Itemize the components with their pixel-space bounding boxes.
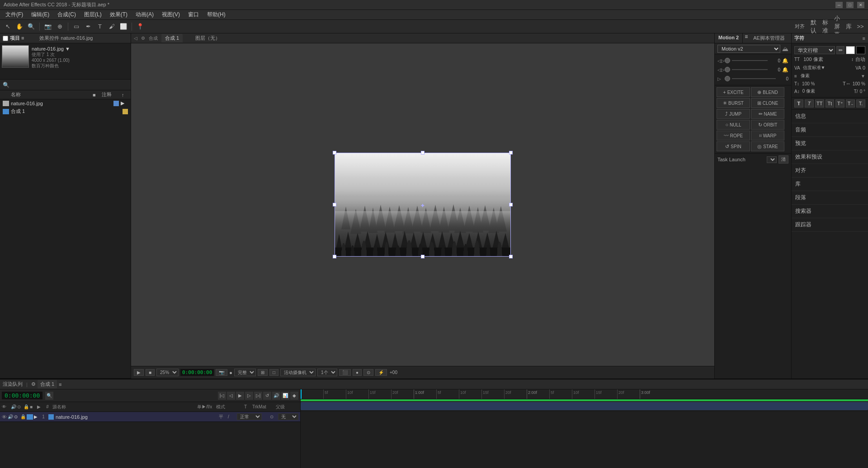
orbit-tool[interactable]: ⊕ [55,22,65,32]
workspace-standard[interactable]: 标准 [820,22,830,32]
3d-btn[interactable]: ⬛ [339,369,351,376]
prev-frame[interactable]: ◁ [227,392,235,400]
jump-button[interactable]: ⤴ JUMP [717,109,750,119]
handle-top-left[interactable] [333,151,336,154]
workspace-library[interactable]: 库 [844,22,854,32]
smallcaps-btn[interactable]: Tt [826,99,835,108]
motion-lock-1[interactable]: 🔔 [782,58,788,64]
render-queue-tab[interactable]: 渲染队列 [3,381,23,388]
menu-window[interactable]: 窗口 [184,10,203,19]
comp-tab-1[interactable]: 合成 1 [161,34,183,42]
search-panel-label[interactable]: 搜索器 [792,205,868,218]
zoom-tool[interactable]: 🔍 [26,22,36,32]
tracker-panel-label[interactable]: 跟踪器 [792,218,868,232]
motion-mountain-icon[interactable]: ⛰ [782,45,788,52]
handle-bottom-right[interactable] [509,255,513,258]
comp-nav-left[interactable]: ◁ [134,36,137,41]
underline-btn[interactable]: T. [856,99,865,108]
motion-slider-1[interactable] [732,60,768,61]
burst-button[interactable]: ✳ BURST [717,98,750,108]
text-tool[interactable]: T [95,22,105,32]
pen-tool[interactable]: ✒ [83,22,93,32]
menu-help[interactable]: 帮助(H) [203,10,229,19]
font-edit-btn[interactable]: ✏ [836,46,844,54]
project-search-input[interactable] [9,80,100,90]
null-button[interactable]: ○ NULL [717,120,750,130]
safe-margin-btn[interactable]: □ [269,369,278,376]
playhead[interactable] [301,389,302,399]
search-layers-btn[interactable]: 🔍 [45,392,53,400]
allcaps-btn[interactable]: TT [815,99,824,108]
text-color-box[interactable] [846,46,855,54]
layer-lock-btn[interactable]: 🔒 [20,414,26,419]
preview-play[interactable]: ▶ [134,369,144,376]
name-button[interactable]: ✏ NAME [751,109,784,119]
italic-btn[interactable]: T [805,99,814,108]
project-search-bar[interactable]: 🔍 [0,80,131,90]
stare-button[interactable]: ◎ STARE [751,141,784,151]
zoom-select[interactable]: 25% [156,369,179,376]
menu-animation[interactable]: 动画(A) [132,10,157,19]
motion-knob-2[interactable] [725,67,730,72]
char-menu-icon[interactable]: ≡ [863,36,865,41]
restore-button[interactable]: □ [846,2,854,8]
panel-toggle-checkbox[interactable] [3,36,8,41]
hand-tool[interactable]: ✋ [14,22,24,32]
spin-button[interactable]: ↺ SPIN [717,141,750,151]
layer-mode-dropdown[interactable]: 正常 [237,413,262,420]
menu-edit[interactable]: 编辑(E) [28,10,53,19]
workspace-default[interactable]: 默认 [808,22,818,32]
project-item-image[interactable]: nature-016.jpg ▶ [0,99,131,107]
ae-script-tab[interactable]: AE脚本管理器 [750,33,788,43]
layer-audio-btn[interactable]: 🔊 [8,414,13,419]
camera-tool[interactable]: 📷 [43,22,53,32]
layer-expand-btn[interactable]: ▶ [34,414,39,419]
workspace-small[interactable]: 小屏幕 [832,22,842,32]
eraser-tool[interactable]: ⬜ [118,22,128,32]
audio-panel-label[interactable]: 音频 [792,123,868,137]
preview-panel-label[interactable]: 预览 [792,137,868,150]
layer-visibility-btn[interactable]: 👁 [2,414,7,420]
pin-tool[interactable]: 📍 [135,22,145,32]
effects-presets-label[interactable]: 效果和预设 [792,150,868,164]
audio-btn[interactable]: 🔊 [272,392,280,400]
layer-parent-dropdown[interactable]: 无 [278,413,298,420]
project-item-comp[interactable]: 合成 1 [0,107,131,116]
motion-slider-2[interactable] [732,69,768,70]
loop-btn[interactable]: ↺ [263,392,271,400]
close-button[interactable]: ✕ [857,2,864,8]
grid-btn[interactable]: ⊞ [258,369,268,376]
subscript-btn[interactable]: T₋ [846,99,855,108]
motion-lock-2[interactable]: 🔔 [782,67,788,73]
menu-file[interactable]: 文件(F) [2,10,27,19]
task-launch-select[interactable] [767,156,777,163]
rope-button[interactable]: 〰 ROPE [717,131,750,140]
preview-stop[interactable]: ■ [146,369,155,376]
layer-row-1[interactable]: 👁 🔊 ⊙ 🔒 ▶ 1 nature-016.jpg 平 / 正常 ⊙ 无 [0,412,300,422]
bold-btn[interactable]: T [794,99,803,108]
rect-tool[interactable]: ▭ [71,22,81,32]
motion-tab-active[interactable]: Motion 2 [715,33,743,43]
minimize-button[interactable]: ─ [835,2,843,8]
workspace-more[interactable]: >> [855,22,865,32]
next-frame[interactable]: ▷ [245,392,253,400]
motion-version-select[interactable]: Motion v2 [717,45,780,53]
go-to-start[interactable]: |◁ [218,392,226,400]
menu-view[interactable]: 视图(V) [158,10,184,19]
library-panel-label[interactable]: 库 [792,178,868,191]
align-panel-label[interactable]: 对齐 [792,164,868,178]
handle-top-center[interactable] [421,151,425,154]
handle-mid-right[interactable] [509,203,513,206]
keyframe-btn[interactable]: ◆ [290,392,298,400]
chart-btn[interactable]: 📊 [281,392,289,400]
clone-button[interactable]: ⊞ CLONE [751,98,784,108]
blend-button[interactable]: ⊕ BLEND [751,87,784,97]
play-pause[interactable]: ▶ [236,392,244,400]
menu-layer[interactable]: 图层(L) [80,10,105,19]
view-count[interactable]: 1个 [317,369,337,376]
brush-tool[interactable]: 🖌 [107,22,117,32]
handle-mid-left[interactable] [333,203,336,206]
layer-solo-btn[interactable]: ⊙ [14,414,19,419]
camera-select[interactable]: 活动摄像机 [280,369,316,376]
render-btn[interactable]: ● [353,369,362,376]
